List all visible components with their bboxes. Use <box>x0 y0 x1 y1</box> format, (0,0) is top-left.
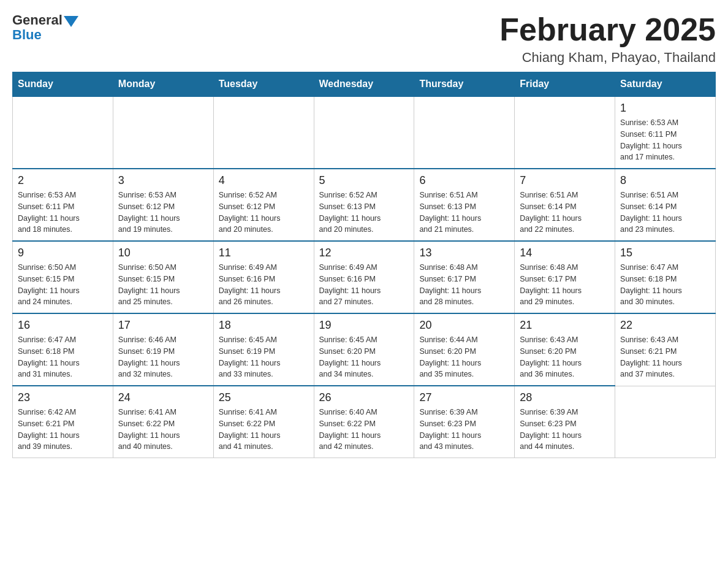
day-info: Sunrise: 6:46 AM Sunset: 6:19 PM Dayligh… <box>118 334 208 380</box>
calendar-week-2: 2Sunrise: 6:53 AM Sunset: 6:11 PM Daylig… <box>13 169 716 241</box>
day-number: 7 <box>520 174 610 187</box>
calendar-cell-w5-d6 <box>615 386 716 458</box>
calendar-table: Sunday Monday Tuesday Wednesday Thursday… <box>12 72 716 458</box>
day-info: Sunrise: 6:49 AM Sunset: 6:16 PM Dayligh… <box>219 262 309 308</box>
calendar-cell-w1-d5 <box>515 96 615 169</box>
day-info: Sunrise: 6:47 AM Sunset: 6:18 PM Dayligh… <box>18 334 108 380</box>
day-info: Sunrise: 6:40 AM Sunset: 6:22 PM Dayligh… <box>319 407 409 453</box>
day-number: 22 <box>620 319 710 332</box>
col-tuesday: Tuesday <box>213 72 314 97</box>
day-number: 4 <box>219 174 309 187</box>
calendar-week-1: 1Sunrise: 6:53 AM Sunset: 6:11 PM Daylig… <box>13 96 716 169</box>
calendar-cell-w2-d3: 5Sunrise: 6:52 AM Sunset: 6:13 PM Daylig… <box>314 169 414 241</box>
day-number: 26 <box>319 391 409 404</box>
day-number: 18 <box>219 319 309 332</box>
day-info: Sunrise: 6:39 AM Sunset: 6:23 PM Dayligh… <box>419 407 509 453</box>
calendar-cell-w5-d0: 23Sunrise: 6:42 AM Sunset: 6:21 PM Dayli… <box>13 386 113 458</box>
day-info: Sunrise: 6:53 AM Sunset: 6:11 PM Dayligh… <box>18 190 108 236</box>
page-header: General Blue February 2025 Chiang Kham, … <box>12 12 716 66</box>
calendar-cell-w3-d6: 15Sunrise: 6:47 AM Sunset: 6:18 PM Dayli… <box>615 241 716 313</box>
day-info: Sunrise: 6:53 AM Sunset: 6:11 PM Dayligh… <box>620 117 710 163</box>
calendar-cell-w2-d5: 7Sunrise: 6:51 AM Sunset: 6:14 PM Daylig… <box>515 169 615 241</box>
day-number: 3 <box>118 174 208 187</box>
day-number: 28 <box>520 391 610 404</box>
day-info: Sunrise: 6:51 AM Sunset: 6:14 PM Dayligh… <box>520 190 610 236</box>
calendar-cell-w2-d2: 4Sunrise: 6:52 AM Sunset: 6:12 PM Daylig… <box>213 169 314 241</box>
day-number: 23 <box>18 391 108 404</box>
day-info: Sunrise: 6:48 AM Sunset: 6:17 PM Dayligh… <box>520 262 610 308</box>
col-sunday: Sunday <box>13 72 113 97</box>
title-section: February 2025 Chiang Kham, Phayao, Thail… <box>499 12 716 66</box>
calendar-cell-w3-d4: 13Sunrise: 6:48 AM Sunset: 6:17 PM Dayli… <box>414 241 515 313</box>
calendar-cell-w1-d1 <box>113 96 213 169</box>
day-info: Sunrise: 6:41 AM Sunset: 6:22 PM Dayligh… <box>219 407 309 453</box>
day-info: Sunrise: 6:53 AM Sunset: 6:12 PM Dayligh… <box>118 190 208 236</box>
calendar-cell-w5-d1: 24Sunrise: 6:41 AM Sunset: 6:22 PM Dayli… <box>113 386 213 458</box>
calendar-cell-w4-d4: 20Sunrise: 6:44 AM Sunset: 6:20 PM Dayli… <box>414 313 515 386</box>
col-wednesday: Wednesday <box>314 72 414 97</box>
day-info: Sunrise: 6:43 AM Sunset: 6:20 PM Dayligh… <box>520 334 610 380</box>
day-number: 5 <box>319 174 409 187</box>
day-info: Sunrise: 6:51 AM Sunset: 6:13 PM Dayligh… <box>419 190 509 236</box>
day-number: 13 <box>419 247 509 259</box>
day-number: 17 <box>118 319 208 332</box>
col-monday: Monday <box>113 72 213 97</box>
calendar-cell-w2-d1: 3Sunrise: 6:53 AM Sunset: 6:12 PM Daylig… <box>113 169 213 241</box>
calendar-subtitle: Chiang Kham, Phayao, Thailand <box>499 50 716 66</box>
calendar-cell-w5-d2: 25Sunrise: 6:41 AM Sunset: 6:22 PM Dayli… <box>213 386 314 458</box>
day-number: 8 <box>620 174 710 187</box>
calendar-cell-w4-d2: 18Sunrise: 6:45 AM Sunset: 6:19 PM Dayli… <box>213 313 314 386</box>
calendar-cell-w1-d0 <box>13 96 113 169</box>
day-info: Sunrise: 6:48 AM Sunset: 6:17 PM Dayligh… <box>419 262 509 308</box>
logo-blue-text: Blue <box>12 27 42 43</box>
day-info: Sunrise: 6:44 AM Sunset: 6:20 PM Dayligh… <box>419 334 509 380</box>
calendar-cell-w3-d3: 12Sunrise: 6:49 AM Sunset: 6:16 PM Dayli… <box>314 241 414 313</box>
calendar-cell-w3-d0: 9Sunrise: 6:50 AM Sunset: 6:15 PM Daylig… <box>13 241 113 313</box>
calendar-cell-w4-d5: 21Sunrise: 6:43 AM Sunset: 6:20 PM Dayli… <box>515 313 615 386</box>
day-info: Sunrise: 6:52 AM Sunset: 6:12 PM Dayligh… <box>219 190 309 236</box>
day-info: Sunrise: 6:47 AM Sunset: 6:18 PM Dayligh… <box>620 262 710 308</box>
day-info: Sunrise: 6:51 AM Sunset: 6:14 PM Dayligh… <box>620 190 710 236</box>
calendar-title: February 2025 <box>499 12 716 47</box>
day-number: 16 <box>18 319 108 332</box>
day-number: 12 <box>319 247 409 259</box>
calendar-cell-w3-d5: 14Sunrise: 6:48 AM Sunset: 6:17 PM Dayli… <box>515 241 615 313</box>
day-number: 14 <box>520 247 610 259</box>
day-number: 21 <box>520 319 610 332</box>
day-number: 15 <box>620 247 710 259</box>
col-friday: Friday <box>515 72 615 97</box>
day-info: Sunrise: 6:45 AM Sunset: 6:19 PM Dayligh… <box>219 334 309 380</box>
day-info: Sunrise: 6:41 AM Sunset: 6:22 PM Dayligh… <box>118 407 208 453</box>
day-info: Sunrise: 6:45 AM Sunset: 6:20 PM Dayligh… <box>319 334 409 380</box>
calendar-cell-w4-d0: 16Sunrise: 6:47 AM Sunset: 6:18 PM Dayli… <box>13 313 113 386</box>
logo-general-text: General <box>12 12 63 28</box>
day-info: Sunrise: 6:43 AM Sunset: 6:21 PM Dayligh… <box>620 334 710 380</box>
calendar-cell-w2-d4: 6Sunrise: 6:51 AM Sunset: 6:13 PM Daylig… <box>414 169 515 241</box>
calendar-cell-w1-d4 <box>414 96 515 169</box>
calendar-cell-w1-d6: 1Sunrise: 6:53 AM Sunset: 6:11 PM Daylig… <box>615 96 716 169</box>
day-info: Sunrise: 6:50 AM Sunset: 6:15 PM Dayligh… <box>18 262 108 308</box>
calendar-cell-w3-d1: 10Sunrise: 6:50 AM Sunset: 6:15 PM Dayli… <box>113 241 213 313</box>
calendar-week-5: 23Sunrise: 6:42 AM Sunset: 6:21 PM Dayli… <box>13 386 716 458</box>
calendar-header-row: Sunday Monday Tuesday Wednesday Thursday… <box>13 72 716 97</box>
day-info: Sunrise: 6:50 AM Sunset: 6:15 PM Dayligh… <box>118 262 208 308</box>
col-thursday: Thursday <box>414 72 515 97</box>
day-number: 1 <box>620 102 710 115</box>
calendar-cell-w3-d2: 11Sunrise: 6:49 AM Sunset: 6:16 PM Dayli… <box>213 241 314 313</box>
logo-arrow-icon <box>64 16 78 27</box>
day-number: 6 <box>419 174 509 187</box>
day-info: Sunrise: 6:49 AM Sunset: 6:16 PM Dayligh… <box>319 262 409 308</box>
day-number: 2 <box>18 174 108 187</box>
calendar-cell-w5-d4: 27Sunrise: 6:39 AM Sunset: 6:23 PM Dayli… <box>414 386 515 458</box>
day-number: 27 <box>419 391 509 404</box>
day-info: Sunrise: 6:52 AM Sunset: 6:13 PM Dayligh… <box>319 190 409 236</box>
day-number: 19 <box>319 319 409 332</box>
day-number: 10 <box>118 247 208 259</box>
calendar-cell-w2-d0: 2Sunrise: 6:53 AM Sunset: 6:11 PM Daylig… <box>13 169 113 241</box>
calendar-cell-w1-d2 <box>213 96 314 169</box>
logo: General Blue <box>12 12 78 43</box>
calendar-week-3: 9Sunrise: 6:50 AM Sunset: 6:15 PM Daylig… <box>13 241 716 313</box>
calendar-cell-w4-d1: 17Sunrise: 6:46 AM Sunset: 6:19 PM Dayli… <box>113 313 213 386</box>
calendar-cell-w5-d5: 28Sunrise: 6:39 AM Sunset: 6:23 PM Dayli… <box>515 386 615 458</box>
calendar-cell-w4-d6: 22Sunrise: 6:43 AM Sunset: 6:21 PM Dayli… <box>615 313 716 386</box>
